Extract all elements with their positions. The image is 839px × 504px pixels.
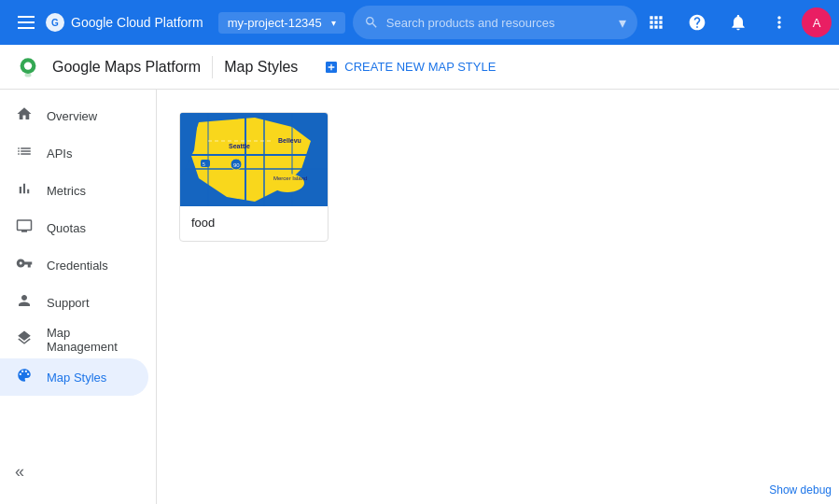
map-preview-food: Seattle Bellevu Mercer Island 90 5: [180, 113, 329, 206]
sidebar-item-map-styles[interactable]: Map Styles: [0, 358, 148, 396]
sidebar-item-metrics[interactable]: Metrics: [0, 172, 148, 209]
svg-point-4: [25, 73, 32, 77]
subheader-app-name: Google Maps Platform: [52, 59, 201, 76]
project-name: my-project-12345: [228, 16, 322, 30]
chevron-down-icon: ▾: [331, 18, 336, 28]
apps-icon: [647, 13, 665, 32]
map-style-name-food: food: [180, 206, 328, 241]
svg-text:Seattle: Seattle: [229, 143, 250, 149]
svg-point-3: [24, 62, 32, 69]
map-styles-grid: Seattle Bellevu Mercer Island 90 5 food: [179, 112, 817, 242]
topbar-actions: A: [637, 4, 832, 41]
svg-text:G: G: [51, 18, 59, 28]
show-debug-link[interactable]: Show debug: [769, 483, 832, 497]
monitor-icon: [15, 217, 34, 239]
notifications-icon: [729, 13, 748, 32]
notifications-button[interactable]: [720, 4, 757, 41]
subheader: Google Maps Platform Map Styles CREATE N…: [0, 45, 839, 90]
create-button-label: CREATE NEW MAP STYLE: [344, 60, 496, 74]
search-input[interactable]: [386, 16, 611, 30]
sidebar-item-map-management[interactable]: Map Management: [0, 321, 148, 358]
home-icon: [15, 105, 34, 127]
sidebar-label-map-management: Map Management: [47, 326, 133, 354]
sidebar: Overview APIs Metrics Quotas Credentials: [0, 90, 157, 504]
topbar-logo: G Google Cloud Platform: [45, 12, 203, 33]
collapse-icon: «: [15, 462, 24, 481]
search-icon: [364, 15, 379, 30]
add-icon: [324, 60, 339, 75]
layers-icon: [15, 329, 34, 351]
sidebar-item-credentials[interactable]: Credentials: [0, 246, 148, 284]
sidebar-item-quotas[interactable]: Quotas: [0, 209, 148, 246]
sidebar-label-metrics: Metrics: [47, 184, 86, 198]
sidebar-collapse-button[interactable]: «: [0, 455, 39, 489]
avatar[interactable]: A: [802, 7, 832, 37]
maps-logo-icon: [15, 54, 41, 80]
gcp-logo-icon: G: [45, 12, 65, 33]
sidebar-label-overview: Overview: [47, 109, 97, 123]
sidebar-label-credentials: Credentials: [47, 259, 108, 273]
person-icon: [15, 292, 34, 314]
subheader-page-title: Map Styles: [224, 59, 298, 76]
search-dropdown-icon[interactable]: ▾: [619, 14, 626, 32]
svg-text:Mercer Island: Mercer Island: [273, 175, 307, 181]
sidebar-item-apis[interactable]: APIs: [0, 134, 148, 172]
sidebar-label-map-styles: Map Styles: [47, 371, 106, 385]
map-preview-svg: Seattle Bellevu Mercer Island 90 5: [180, 113, 329, 206]
map-style-card-food[interactable]: Seattle Bellevu Mercer Island 90 5 food: [179, 112, 329, 242]
list-icon: [15, 143, 34, 164]
more-vert-icon: [770, 13, 789, 32]
content-area: Seattle Bellevu Mercer Island 90 5 food: [157, 90, 839, 504]
svg-text:90: 90: [233, 162, 240, 168]
hamburger-icon: [18, 16, 35, 29]
bar-chart-icon: [15, 180, 34, 202]
more-button[interactable]: [761, 4, 798, 41]
help-icon: [688, 13, 706, 32]
project-selector[interactable]: my-project-12345 ▾: [218, 12, 345, 34]
search-bar[interactable]: ▾: [353, 6, 637, 39]
sidebar-item-support[interactable]: Support: [0, 284, 148, 321]
sidebar-label-quotas: Quotas: [47, 221, 86, 235]
sidebar-label-support: Support: [47, 296, 90, 310]
create-new-map-style-button[interactable]: CREATE NEW MAP STYLE: [324, 60, 496, 75]
subheader-divider: [212, 56, 213, 78]
apps-button[interactable]: [637, 4, 675, 41]
menu-button[interactable]: [7, 4, 45, 41]
key-icon: [15, 255, 34, 276]
sidebar-label-apis: APIs: [47, 147, 72, 161]
sidebar-item-overview[interactable]: Overview: [0, 97, 148, 134]
svg-text:Bellevu: Bellevu: [278, 137, 301, 144]
topbar: G Google Cloud Platform my-project-12345…: [0, 0, 839, 45]
palette-icon: [15, 367, 34, 388]
help-button[interactable]: [678, 4, 716, 41]
svg-text:5: 5: [203, 161, 205, 167]
topbar-title: Google Cloud Platform: [71, 15, 203, 30]
